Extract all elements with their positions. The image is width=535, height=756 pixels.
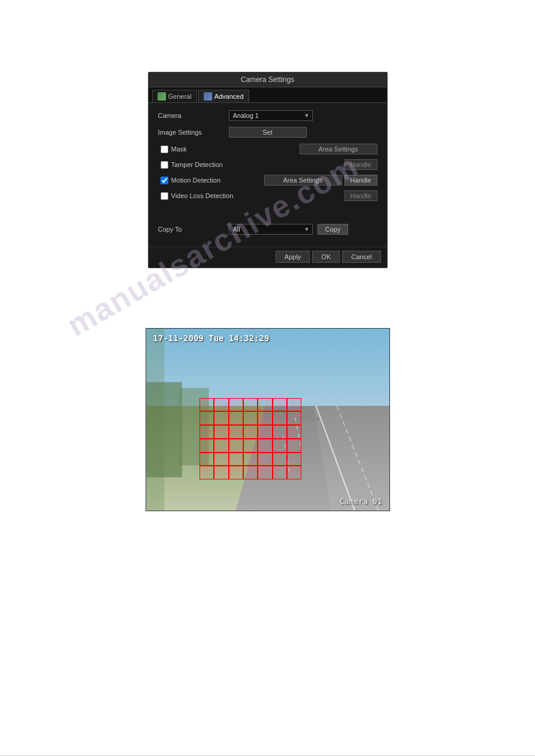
dialog-tabs: General Advanced xyxy=(149,87,387,103)
grid-cell-3-5 xyxy=(258,425,272,439)
camera-label: Camera xyxy=(158,112,224,119)
motion-handle-button[interactable]: Handle xyxy=(344,175,377,186)
mask-checkbox[interactable] xyxy=(161,145,168,153)
grid-cell-3-1 xyxy=(200,425,214,439)
grid-cell-5-3 xyxy=(229,453,243,466)
grid-cell-1-3 xyxy=(229,398,243,412)
grid-cell-4-3 xyxy=(229,439,243,453)
advanced-tab-icon xyxy=(204,92,212,101)
grid-cell-3-3 xyxy=(229,425,243,439)
grid-cell-2-6 xyxy=(273,411,287,425)
copy-row: Copy To All Copy xyxy=(158,224,377,235)
grid-cell-1-5 xyxy=(258,398,272,412)
camera-select[interactable]: Analog 1 xyxy=(229,110,313,121)
dialog-title-text: Camera Settings xyxy=(241,75,294,84)
grid-cell-1-6 xyxy=(273,398,287,412)
spacer xyxy=(158,206,377,218)
tamper-checkbox-group: Tamper Detection xyxy=(161,161,344,169)
grid-cell-3-2 xyxy=(214,425,228,439)
grid-cell-2-1 xyxy=(200,411,214,425)
tamper-handle-button[interactable]: Handle xyxy=(344,159,377,170)
grid-cell-3-4 xyxy=(243,425,258,439)
grid-cell-4-4 xyxy=(243,439,258,453)
grid-cell-5-4 xyxy=(243,453,258,466)
motion-buttons: Area Settings Handle xyxy=(264,175,377,186)
motion-area-settings-button[interactable]: Area Settings xyxy=(264,175,342,186)
dialog-title: Camera Settings xyxy=(149,72,387,87)
grid-cell-6-5 xyxy=(258,466,272,479)
grid-cell-5-2 xyxy=(214,453,228,466)
grid-cell-4-5 xyxy=(258,439,272,453)
grid-cell-6-3 xyxy=(229,466,243,479)
grid-cell-6-7 xyxy=(287,466,301,479)
motion-checkbox[interactable] xyxy=(161,177,168,184)
tamper-checkbox[interactable] xyxy=(161,161,168,169)
grid-cell-2-2 xyxy=(214,411,228,425)
grid-cell-6-4 xyxy=(243,466,258,479)
grid-cell-4-7 xyxy=(287,439,301,453)
grid-cell-1-7 xyxy=(287,398,301,412)
grid-cell-4-2 xyxy=(214,439,228,453)
grid-cell-5-5 xyxy=(258,453,272,466)
general-tab-icon xyxy=(158,92,166,101)
grid-cell-6-1 xyxy=(200,466,214,479)
motion-detection-row: Motion Detection Area Settings Handle xyxy=(158,175,377,186)
dialog-body: Camera Analog 1 Image Settings Set xyxy=(149,103,387,247)
grid-cell-5-1 xyxy=(200,453,214,466)
tamper-detection-label: Tamper Detection xyxy=(171,161,223,168)
image-settings-label: Image Settings xyxy=(158,129,224,136)
tab-advanced-label: Advanced xyxy=(214,93,244,100)
copy-to-label: Copy To xyxy=(158,226,224,233)
copy-button[interactable]: Copy xyxy=(318,224,349,235)
video-loss-row: Video Loss Detection Handle xyxy=(158,190,377,201)
grid-cell-2-7 xyxy=(287,411,301,425)
grid-cell-2-4 xyxy=(243,411,258,425)
timestamp: 17-11-2009 Tue 14:32:29 xyxy=(153,333,270,343)
camera-row: Camera Analog 1 xyxy=(158,110,377,121)
video-loss-handle-button[interactable]: Handle xyxy=(344,190,377,201)
svg-rect-5 xyxy=(146,382,182,477)
camera-view-container: 17-11-2009 Tue 14:32:29 xyxy=(146,328,390,511)
dialog-container: Camera Settings General Advanced Camera xyxy=(148,72,388,268)
apply-button[interactable]: Apply xyxy=(276,251,310,263)
video-loss-checkbox[interactable] xyxy=(161,192,168,200)
ok-button[interactable]: OK xyxy=(312,251,340,263)
copy-to-select-wrapper[interactable]: All xyxy=(229,224,313,235)
grid-cell-4-6 xyxy=(273,439,287,453)
grid-cell-6-6 xyxy=(273,466,287,479)
cancel-button[interactable]: Cancel xyxy=(342,251,380,263)
grid-cell-1-1 xyxy=(200,398,214,412)
motion-checkbox-group: Motion Detection xyxy=(161,177,264,184)
tab-advanced[interactable]: Advanced xyxy=(198,90,249,102)
camera-view: 17-11-2009 Tue 14:32:29 xyxy=(146,328,390,511)
grid-cell-6-2 xyxy=(214,466,228,479)
mask-checkbox-group: Mask xyxy=(161,145,300,153)
grid-cell-1-4 xyxy=(243,398,258,412)
image-settings-button[interactable]: Set xyxy=(229,127,307,138)
image-settings-row: Image Settings Set xyxy=(158,127,377,138)
video-loss-checkbox-group: Video Loss Detection xyxy=(161,192,344,200)
svg-rect-11 xyxy=(310,417,319,421)
video-loss-label: Video Loss Detection xyxy=(171,192,234,199)
grid-cell-4-1 xyxy=(200,439,214,453)
camera-select-wrapper[interactable]: Analog 1 xyxy=(229,110,313,121)
tamper-detection-row: Tamper Detection Handle xyxy=(158,159,377,170)
camera-label: Camera 01 xyxy=(340,497,382,506)
grid-cell-2-5 xyxy=(258,411,272,425)
dialog-footer: Apply OK Cancel xyxy=(149,247,387,268)
tab-general[interactable]: General xyxy=(152,90,197,102)
motion-detection-grid xyxy=(200,398,302,480)
grid-cell-3-7 xyxy=(287,425,301,439)
grid-cell-5-6 xyxy=(273,453,287,466)
mask-area-settings-button[interactable]: Area Settings xyxy=(300,144,377,154)
mask-row: Mask Area Settings xyxy=(158,144,377,154)
grid-cell-1-2 xyxy=(214,398,228,412)
tamper-buttons: Handle xyxy=(344,159,377,170)
mask-label: Mask xyxy=(171,145,187,153)
mask-buttons: Area Settings xyxy=(300,144,377,154)
copy-to-select[interactable]: All xyxy=(229,224,313,235)
grid-cell-5-7 xyxy=(287,453,301,466)
camera-dialog: Camera Settings General Advanced Camera xyxy=(148,72,388,268)
grid-cell-3-6 xyxy=(273,425,287,439)
tab-general-label: General xyxy=(168,93,192,100)
